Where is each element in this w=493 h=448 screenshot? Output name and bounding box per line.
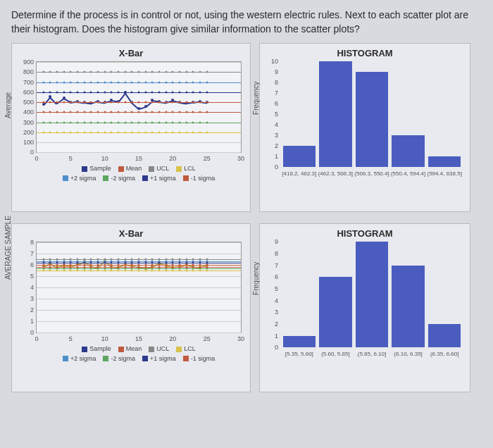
legend-entry: Sample (89, 344, 111, 354)
plot-area: 012345678051015202530 (36, 242, 242, 333)
plot-area: 0123456789[5.35, 5.60](5.60, 5.85](5.85,… (281, 242, 463, 347)
plot-area: 012345678910[418.2, 462.3](462.3, 506.3]… (281, 61, 463, 167)
legend: SampleMeanUCLLCL+2 sigma-2 sigma+1 sigma… (36, 344, 242, 363)
chart-title: HISTOGRAM (264, 48, 466, 58)
legend-entry: UCL (156, 344, 169, 354)
legend-entry: +2 sigma (70, 174, 96, 184)
legend-entry: +1 sigma (150, 354, 176, 364)
legend-entry: LCL (184, 344, 196, 354)
legend-entry: +2 sigma (70, 354, 96, 364)
chart-title: HISTOGRAM (264, 228, 466, 239)
legend-entry: -2 sigma (111, 174, 135, 184)
legend-entry: Sample (89, 164, 111, 174)
legend-entry: UCL (156, 164, 169, 174)
legend-entry: -1 sigma (191, 174, 216, 184)
legend-entry: -2 sigma (111, 354, 135, 364)
xbar-chart-1: X-Bar Average 01002003004005006007008009… (11, 43, 251, 212)
y-axis-label: AVERAGE SAMPLE (4, 216, 12, 280)
y-axis-label: Average (4, 92, 12, 118)
y-axis-label: Frequency (252, 82, 260, 115)
chart-title: X-Bar (16, 228, 246, 239)
xbar-chart-2: X-Bar AVERAGE SAMPLE 0123456780510152025… (11, 223, 251, 392)
legend-entry: Mean (126, 164, 142, 174)
histogram-1: HISTOGRAM Frequency 012345678910[418.2, … (259, 43, 470, 212)
legend: SampleMeanUCLLCL+2 sigma-2 sigma+1 sigma… (36, 164, 242, 183)
row-2: X-Bar AVERAGE SAMPLE 0123456780510152025… (11, 223, 482, 392)
chart-title: X-Bar (16, 48, 246, 58)
question-text: Determine if the process is in control o… (11, 8, 482, 36)
histogram-2: HISTOGRAM Frequency 0123456789[5.35, 5.6… (259, 223, 470, 392)
y-axis-label: Frequency (252, 262, 260, 295)
plot-area: 0100200300400500600700800900051015202530 (36, 61, 242, 153)
legend-entry: LCL (184, 164, 196, 174)
legend-entry: +1 sigma (150, 174, 176, 184)
legend-entry: Mean (126, 344, 142, 354)
row-1: X-Bar Average 01002003004005006007008009… (11, 43, 482, 212)
legend-entry: -1 sigma (191, 354, 216, 364)
